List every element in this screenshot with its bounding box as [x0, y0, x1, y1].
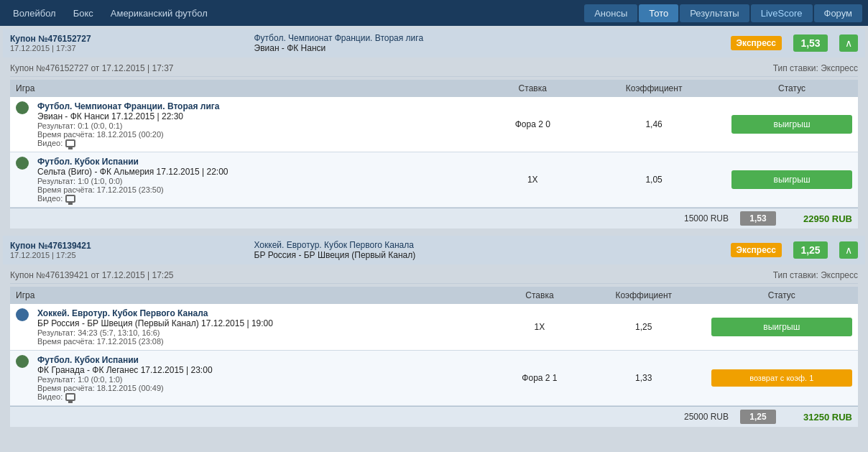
coupon-section-1: Купон №476152727 17.12.2015 | 17:37 Футб…: [3, 29, 865, 233]
nav-toto[interactable]: Тото: [639, 4, 678, 22]
status-return-badge: возврат с коэф. 1: [711, 369, 852, 387]
row-video-2-1: Видео:: [37, 392, 213, 401]
row-league-1-0: Футбол. Чемпионат Франции. Вторая лига: [37, 101, 219, 111]
top-navigation: Волейбол Бокс Американский футбол Анонсы…: [0, 0, 868, 26]
coupon-date-1: 17.12.2015 | 17:37: [10, 44, 243, 52]
row-video-1-1: Видео:: [37, 194, 228, 203]
main-content: Купон №476152727 17.12.2015 | 17:37 Футб…: [0, 26, 868, 437]
coupon-league-1: Футбол. Чемпионат Франции. Вторая лига: [254, 33, 719, 43]
col-status-1: Статус: [726, 80, 858, 97]
col-coeff-2: Коэффициент: [582, 287, 706, 304]
monitor-icon-1-1: [65, 195, 75, 203]
status-cell-2-1: возврат с коэф. 1: [706, 351, 858, 406]
total-win-2: 31250 RUB: [788, 412, 852, 423]
row-match-2-0: БР Россия - БР Швеция (Первый Канал) 17.…: [37, 318, 273, 328]
coeff-badge-1: 1,53: [793, 34, 828, 52]
totals-row-1: 15000 RUB 1,53 22950 RUB: [10, 208, 858, 229]
nav-american-football[interactable]: Американский футбол: [103, 5, 215, 22]
coupon-desc-1: Футбол. Чемпионат Франции. Вторая лига Э…: [254, 33, 719, 53]
stake-cell-2-0: 1X: [497, 304, 582, 351]
totals-row-2: 25000 RUB 1,25 31250 RUB: [10, 406, 858, 427]
row-time-1-1: Время расчёта: 17.12.2015 (23:50): [37, 185, 228, 194]
col-stake-1: Ставка: [483, 80, 582, 97]
status-cell-1-1: выигрыш: [726, 152, 858, 208]
coeff-cell-2-1: 1,33: [582, 351, 706, 406]
nav-volleyball[interactable]: Волейбол: [6, 5, 63, 22]
row-match-1-0: Эвиан - ФК Нанси 17.12.2015 | 22:30: [37, 111, 219, 121]
row-league-1-1: Футбол. Кубок Испании: [37, 157, 228, 167]
total-coeff-1: 1,53: [740, 211, 776, 226]
total-win-1: 22950 RUB: [788, 213, 852, 224]
row-time-1-0: Время расчёта: 18.12.2015 (00:20): [37, 130, 219, 139]
status-win-badge: выигрыш: [731, 115, 852, 134]
monitor-icon-2-1: [65, 393, 75, 401]
col-game-1: Игра: [10, 80, 483, 97]
collapse-btn-2[interactable]: ∧: [839, 241, 858, 259]
table-row: Футбол. Чемпионат Франции. Вторая лига Э…: [10, 97, 858, 152]
row-league-2-0: Хоккей. Евротур. Кубок Первого Канала: [37, 308, 273, 318]
total-bet-1: 15000 RUB: [684, 213, 729, 223]
status-cell-2-0: выигрыш: [706, 304, 858, 351]
stake-cell-1-1: 1X: [483, 152, 582, 208]
row-match-1-1: Сельта (Виго) - ФК Альмерия 17.12.2015 |…: [37, 167, 228, 177]
coupon-info-2: Купон №476139421 17.12.2015 | 17:25: [10, 241, 243, 259]
coupon-detail-label-2: Купон №476139421 от 17.12.2015 | 17:25: [10, 270, 174, 280]
collapse-btn-1[interactable]: ∧: [839, 34, 858, 52]
bet-table-2: Игра Ставка Коэффициент Статус Хо: [10, 287, 858, 406]
sport-links: Волейбол Бокс Американский футбол: [6, 5, 584, 22]
row-match-2-1: ФК Гранада - ФК Леганес 17.12.2015 | 23:…: [37, 365, 213, 375]
coupon-number-2: Купон №476139421: [10, 241, 243, 251]
coupon-date-2: 17.12.2015 | 17:25: [10, 251, 243, 259]
col-stake-2: Ставка: [497, 287, 582, 304]
coupon-meta-2: Купон №476139421 от 17.12.2015 | 17:25 Т…: [10, 267, 858, 284]
coeff-badge-2: 1,25: [793, 241, 828, 259]
status-win-badge: выигрыш: [711, 318, 852, 336]
bet-table-1: Игра Ставка Коэффициент Статус Фу: [10, 80, 858, 208]
table-header-row-1: Игра Ставка Коэффициент Статус: [10, 80, 858, 97]
football-icon: [16, 355, 29, 368]
coupon-info-1: Купон №476152727 17.12.2015 | 17:37: [10, 34, 243, 52]
monitor-icon-1-0: [65, 139, 75, 147]
football-icon: [16, 157, 29, 170]
nav-results[interactable]: Результаты: [680, 4, 749, 22]
nav-forum[interactable]: Форум: [814, 4, 863, 22]
coeff-cell-1-1: 1,05: [582, 152, 726, 208]
nav-anons[interactable]: Анонсы: [584, 4, 637, 22]
coupon-number-1: Купон №476152727: [10, 34, 243, 44]
col-status-2: Статус: [706, 287, 858, 304]
row-time-2-0: Время расчёта: 17.12.2015 (23:08): [37, 337, 273, 346]
coupon-header-2: Купон №476139421 17.12.2015 | 17:25 Хокк…: [3, 236, 865, 264]
coupon-meta-1: Купон №476152727 от 17.12.2015 | 17:37 Т…: [10, 60, 858, 77]
row-time-2-1: Время расчёта: 18.12.2015 (00:49): [37, 384, 213, 392]
col-coeff-1: Коэффициент: [582, 80, 726, 97]
table-row: Футбол. Кубок Испании Сельта (Виго) - ФК…: [10, 152, 858, 208]
total-bet-2: 25000 RUB: [684, 412, 729, 422]
coupon-bet-type-1: Тип ставки: Экспресс: [773, 63, 858, 73]
coupon-desc-2: Хоккей. Евротур. Кубок Первого Канала БР…: [254, 240, 719, 260]
col-game-2: Игра: [10, 287, 497, 304]
row-result-2-1: Результат: 1:0 (0:0, 1:0): [37, 375, 213, 384]
game-info-1-1: Футбол. Кубок Испании Сельта (Виго) - ФК…: [37, 157, 228, 203]
football-icon: [16, 101, 29, 114]
game-info-2-1: Футбол. Кубок Испании ФК Гранада - ФК Ле…: [37, 355, 213, 401]
stake-cell-2-1: Фора 2 1: [497, 351, 582, 406]
coupon-league-2: Хоккей. Евротур. Кубок Первого Канала: [254, 240, 719, 250]
row-result-2-0: Результат: 34:23 (5:7, 13:10, 16:6): [37, 328, 273, 337]
game-cell-1-1: Футбол. Кубок Испании Сельта (Виго) - ФК…: [10, 152, 483, 208]
row-league-2-1: Футбол. Кубок Испании: [37, 355, 213, 365]
game-cell-2-0: Хоккей. Евротур. Кубок Первого Канала БР…: [10, 304, 497, 351]
status-cell-1-0: выигрыш: [726, 97, 858, 152]
nav-livescore[interactable]: LiveScore: [751, 4, 813, 22]
hockey-icon: [16, 308, 29, 321]
coupon-detail-1: Купон №476152727 от 17.12.2015 | 17:37 Т…: [3, 57, 865, 233]
total-coeff-2: 1,25: [740, 410, 776, 424]
nav-boxing[interactable]: Бокс: [66, 5, 101, 22]
row-result-1-0: Результат: 0:1 (0:0, 0:1): [37, 121, 219, 130]
express-badge-2: Экспресс: [731, 243, 782, 257]
coupon-detail-2: Купон №476139421 от 17.12.2015 | 17:25 Т…: [3, 264, 865, 431]
coeff-cell-2-0: 1,25: [582, 304, 706, 351]
coupon-match-2: БР Россия - БР Швеция (Первый Канал): [254, 250, 719, 260]
coupon-detail-label-1: Купон №476152727 от 17.12.2015 | 17:37: [10, 63, 174, 73]
row-result-1-1: Результат: 1:0 (1:0, 0:0): [37, 177, 228, 185]
table-row: Футбол. Кубок Испании ФК Гранада - ФК Ле…: [10, 351, 858, 406]
